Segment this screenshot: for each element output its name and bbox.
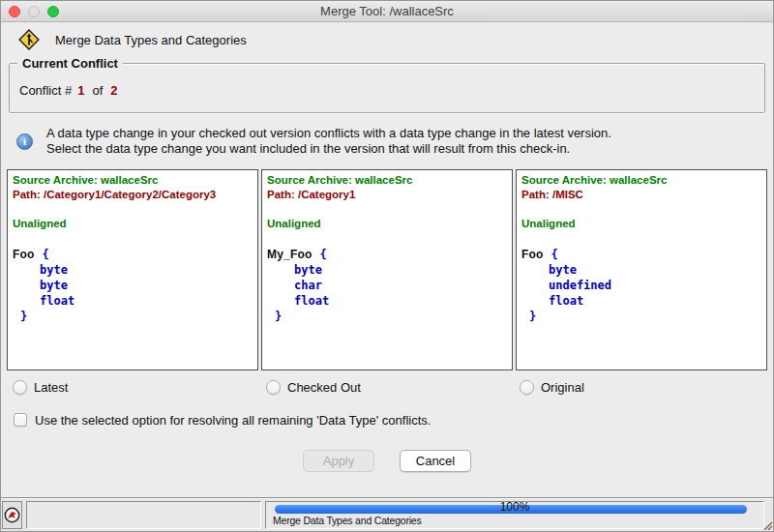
- type-name: Foo: [521, 248, 544, 261]
- field-line: byte: [13, 262, 257, 278]
- cancel-button[interactable]: Cancel: [400, 450, 471, 472]
- conflict-counter: Conflict #1of2: [10, 64, 764, 98]
- radio-icon[interactable]: [520, 380, 534, 395]
- field-line: char: [267, 278, 512, 293]
- resolve-all-checkbox[interactable]: [14, 413, 27, 427]
- dialog-header-title: Merge Data Types and Categories: [55, 33, 247, 47]
- info-icon: i: [16, 133, 33, 150]
- field-line: float: [521, 293, 766, 309]
- field-line: byte: [13, 278, 257, 293]
- merge-sign-icon: [18, 29, 40, 50]
- open-brace: {: [551, 248, 558, 261]
- progress-task-label: Merge Data Types and Categories: [273, 515, 757, 526]
- path-label: Path: /MISC: [521, 188, 766, 202]
- resolve-all-label: Use the selected option for resolving al…: [35, 413, 431, 428]
- info-line-2: Select the data type change you want inc…: [46, 141, 611, 157]
- type-name: Foo: [13, 248, 35, 261]
- type-definition: My_Foo{ byte char float }: [267, 247, 512, 324]
- spacer: [1, 473, 773, 497]
- radio-icon[interactable]: [266, 380, 281, 395]
- panel-latest: Source Archive: wallaceSrc Path: /Catego…: [7, 169, 258, 370]
- close-brace: }: [267, 309, 512, 324]
- resize-grip-icon[interactable]: [762, 520, 772, 530]
- app-logo-icon: [4, 507, 20, 523]
- info-message: i A data type change in your checked out…: [1, 119, 773, 163]
- status-message-panel: [26, 501, 261, 529]
- source-archive-label: Source Archive: wallaceSrc: [13, 173, 257, 188]
- alignment-label: Unaligned: [13, 217, 257, 231]
- merge-tool-window: Merge Tool: /wallaceSrc Merge Data Types…: [0, 0, 774, 532]
- open-brace: {: [43, 248, 49, 261]
- info-text: A data type change in your checked out v…: [46, 126, 611, 157]
- field-line: float: [267, 293, 512, 309]
- field-line: byte: [267, 262, 512, 278]
- alignment-label: Unaligned: [521, 217, 766, 231]
- close-brace: }: [521, 309, 766, 324]
- radio-original-label: Original: [541, 380, 584, 395]
- progress-panel: 100% Merge Data Types and Categories: [265, 501, 764, 529]
- radio-icon[interactable]: [13, 380, 27, 395]
- type-definition: Foo{ byte byte float }: [13, 247, 257, 324]
- open-brace: {: [320, 248, 327, 261]
- source-archive-label: Source Archive: wallaceSrc: [267, 173, 512, 188]
- conflict-of-label: of: [90, 83, 104, 98]
- radio-checked-out-label: Checked Out: [287, 380, 361, 395]
- dialog-header: Merge Data Types and Categories: [1, 22, 773, 57]
- field-line: undefined: [521, 278, 766, 293]
- window-title: Merge Tool: /wallaceSrc: [320, 4, 454, 18]
- minimize-button[interactable]: [28, 6, 40, 17]
- panel-original: Source Archive: wallaceSrc Path: /MISC U…: [516, 169, 767, 370]
- radio-latest-label: Latest: [34, 380, 68, 395]
- alignment-label: Unaligned: [267, 217, 512, 231]
- radio-original[interactable]: Original: [514, 376, 767, 398]
- apply-button[interactable]: Apply: [303, 450, 374, 472]
- conflict-current: 1: [72, 83, 90, 98]
- path-label: Path: /Category1: [267, 188, 512, 202]
- radio-latest[interactable]: Latest: [7, 376, 260, 398]
- resolve-all-row: Use the selected option for resolving al…: [14, 411, 773, 429]
- traffic-lights: [9, 6, 59, 17]
- info-line-1: A data type change in your checked out v…: [46, 126, 611, 141]
- action-buttons: Apply Cancel: [1, 450, 773, 473]
- field-line: float: [13, 293, 257, 309]
- source-archive-label: Source Archive: wallaceSrc: [521, 173, 766, 188]
- conflict-prefix: Conflict #: [19, 83, 72, 98]
- status-bar: 100% Merge Data Types and Categories: [1, 499, 773, 531]
- title-bar: Merge Tool: /wallaceSrc: [1, 1, 773, 22]
- app-logo-box: [2, 501, 22, 529]
- version-options: Latest Checked Out Original: [7, 376, 767, 398]
- close-button[interactable]: [9, 6, 20, 17]
- zoom-button[interactable]: [47, 6, 59, 17]
- type-name: My_Foo: [267, 248, 313, 261]
- groupbox-legend: Current Conflict: [17, 56, 123, 71]
- field-line: byte: [521, 262, 766, 278]
- type-definition: Foo{ byte undefined float }: [521, 247, 766, 324]
- radio-checked-out[interactable]: Checked Out: [260, 376, 514, 398]
- path-label: Path: /Category1/Category2/Category3: [13, 188, 257, 202]
- panel-checked-out: Source Archive: wallaceSrc Path: /Catego…: [261, 169, 513, 370]
- progress-percent: 100%: [266, 500, 763, 514]
- version-panels: Source Archive: wallaceSrc Path: /Catego…: [7, 169, 767, 370]
- conflict-total: 2: [104, 83, 123, 98]
- current-conflict-groupbox: Current Conflict Conflict #1of2: [9, 63, 765, 113]
- close-brace: }: [13, 309, 257, 324]
